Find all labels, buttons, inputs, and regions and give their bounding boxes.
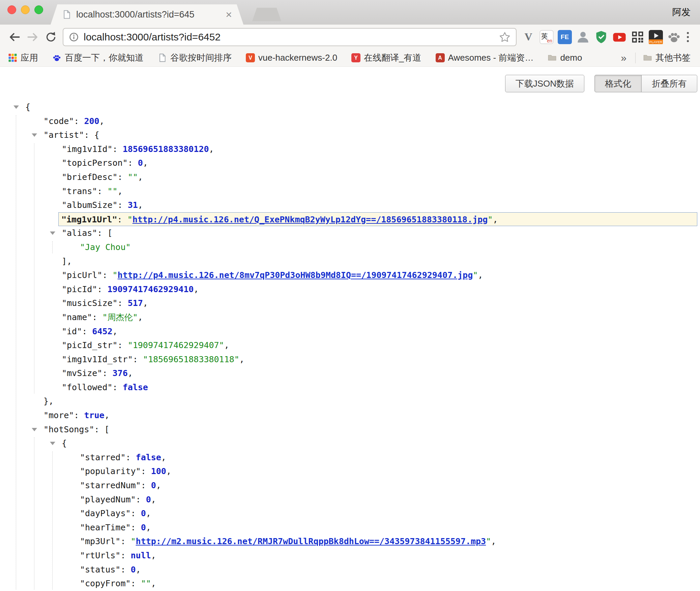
json-value: : [ bbox=[94, 425, 110, 434]
bookmark-item[interactable]: AAwesomes - 前端资… bbox=[436, 52, 534, 64]
json-value: : bbox=[102, 270, 112, 280]
bookmark-item[interactable]: Vvue-hackernews-2.0 bbox=[246, 53, 337, 63]
json-value: : bbox=[74, 116, 84, 126]
json-value: : bbox=[120, 536, 130, 546]
bookmark-item[interactable]: demo bbox=[548, 53, 582, 63]
qrcode-extension-icon[interactable] bbox=[631, 30, 645, 44]
json-key: "img1v1Url" bbox=[61, 215, 117, 224]
site-info-icon[interactable] bbox=[69, 32, 79, 42]
json-url-link[interactable]: http://p4.music.126.net/8mv7qP30Pd3oHW8b… bbox=[118, 270, 473, 280]
fe-extension-icon[interactable]: FE bbox=[558, 30, 572, 44]
json-tree: {"code": 200,"artist": {"img1v1Id": 1856… bbox=[0, 67, 700, 591]
json-value: 0 bbox=[151, 480, 156, 490]
page-icon bbox=[158, 53, 167, 62]
v-extension-icon[interactable]: V bbox=[521, 30, 535, 44]
json-value: , bbox=[138, 200, 143, 210]
json-line: "mvSize": 376, bbox=[0, 366, 700, 380]
video-play-extension-icon[interactable] bbox=[612, 30, 626, 44]
person-extension-icon[interactable] bbox=[576, 30, 590, 44]
json-url-link[interactable]: http://p4.music.126.net/Q_ExePNkmqB2yWyL… bbox=[133, 215, 488, 224]
collapse-arrow-icon[interactable] bbox=[50, 442, 55, 445]
bookmark-item[interactable]: 应用 bbox=[8, 52, 38, 64]
collapse-arrow-icon[interactable] bbox=[13, 105, 19, 109]
collapse-arrow-icon[interactable] bbox=[32, 133, 37, 137]
json-value: : [ bbox=[97, 228, 112, 238]
player-extension-icon[interactable]: PLAYER bbox=[649, 30, 663, 44]
json-line: "picUrl": "http://p4.music.126.net/8mv7q… bbox=[0, 268, 700, 282]
folder-icon bbox=[643, 53, 652, 62]
letter-round-icon: A bbox=[436, 53, 445, 62]
forward-icon[interactable] bbox=[24, 28, 42, 46]
json-line: "playedNum": 0, bbox=[0, 493, 700, 507]
json-value: , bbox=[146, 523, 151, 532]
bookmarks-overflow-chevron[interactable]: » bbox=[621, 52, 626, 64]
json-value: : bbox=[120, 565, 130, 574]
json-value: , bbox=[128, 368, 133, 378]
close-window-button[interactable] bbox=[7, 5, 16, 14]
json-key: "popularity" bbox=[80, 466, 141, 476]
json-value: false bbox=[136, 453, 161, 462]
json-value: 0 bbox=[146, 495, 151, 504]
reload-icon[interactable] bbox=[42, 28, 60, 46]
json-value: { bbox=[25, 102, 30, 112]
tab-strip: localhost:3000/artists?id=645 × 阿发 bbox=[0, 0, 700, 25]
bookmark-label: 在线翻译_有道 bbox=[364, 52, 421, 64]
window-controls bbox=[7, 5, 43, 14]
json-value: 19097417462929410 bbox=[107, 284, 194, 294]
json-key: "albumSize" bbox=[62, 200, 118, 210]
json-value: , bbox=[224, 340, 229, 350]
bookmark-item[interactable]: 百度一下，你就知道 bbox=[52, 52, 144, 64]
json-value: : bbox=[118, 298, 128, 308]
page-favicon-icon bbox=[62, 10, 71, 19]
translate-en-extension-icon[interactable]: 英en bbox=[539, 30, 554, 44]
bookmark-label: 百度一下，你就知道 bbox=[65, 52, 144, 64]
bookmark-star-icon[interactable] bbox=[499, 31, 511, 43]
tab-close-icon[interactable]: × bbox=[226, 9, 232, 20]
back-icon[interactable] bbox=[5, 28, 24, 46]
json-value: true bbox=[84, 410, 104, 420]
json-url-link[interactable]: http://m2.music.126.net/RMJR7wDullRqppBk… bbox=[136, 536, 486, 546]
other-bookmarks-folder[interactable]: 其他书签 bbox=[643, 52, 691, 64]
json-value: : bbox=[141, 466, 151, 476]
json-value: : bbox=[97, 284, 107, 294]
collapse-arrow-icon[interactable] bbox=[32, 428, 37, 431]
collapse-arrow-icon[interactable] bbox=[50, 231, 55, 235]
address-bar[interactable]: localhost:3000/artists?id=6452 bbox=[63, 28, 517, 46]
json-value: : bbox=[120, 551, 130, 560]
bookmark-item[interactable]: 谷歌按时间排序 bbox=[158, 52, 232, 64]
svg-text:en: en bbox=[547, 38, 552, 43]
fullscreen-window-button[interactable] bbox=[34, 5, 43, 14]
json-value: "周杰伦" bbox=[102, 312, 138, 322]
json-key: "alias" bbox=[62, 228, 97, 238]
bookmark-item[interactable]: Y在线翻译_有道 bbox=[351, 52, 421, 64]
shield-extension-icon[interactable] bbox=[594, 30, 608, 44]
json-key: "dayPlays" bbox=[80, 508, 131, 518]
json-line: "picId_str": "19097417462929407", bbox=[0, 338, 700, 352]
json-value: 6452 bbox=[92, 326, 112, 336]
json-value: : bbox=[97, 186, 107, 196]
json-line: "starred": false, bbox=[0, 450, 700, 465]
profile-name[interactable]: 阿发 bbox=[672, 6, 691, 18]
json-value: : bbox=[133, 354, 143, 364]
json-line: "code": 200, bbox=[0, 114, 700, 128]
json-value: null bbox=[131, 551, 151, 560]
json-value: : bbox=[131, 508, 141, 518]
json-value: 100 bbox=[151, 466, 166, 476]
browser-tab[interactable]: localhost:3000/artists?id=645 × bbox=[51, 4, 243, 25]
paw-extension-icon[interactable] bbox=[667, 30, 681, 44]
json-line: "more": true, bbox=[0, 408, 700, 423]
json-key: "playedNum" bbox=[80, 495, 136, 504]
minimize-window-button[interactable] bbox=[21, 5, 30, 14]
browser-menu-icon[interactable] bbox=[681, 30, 695, 44]
json-value: }, bbox=[43, 396, 54, 406]
new-tab-button[interactable] bbox=[252, 8, 281, 21]
json-value: , bbox=[113, 326, 118, 336]
json-value: ], bbox=[62, 256, 72, 266]
json-line: "hotSongs": [ bbox=[0, 423, 700, 437]
url-text[interactable]: localhost:3000/artists?id=6452 bbox=[84, 31, 494, 43]
json-value: "19097417462929407" bbox=[128, 340, 224, 350]
json-line: "copyFrom": "", bbox=[0, 577, 700, 591]
json-value: : bbox=[118, 340, 128, 350]
json-line: "alias": [ bbox=[0, 226, 700, 240]
json-value: : bbox=[82, 326, 92, 336]
